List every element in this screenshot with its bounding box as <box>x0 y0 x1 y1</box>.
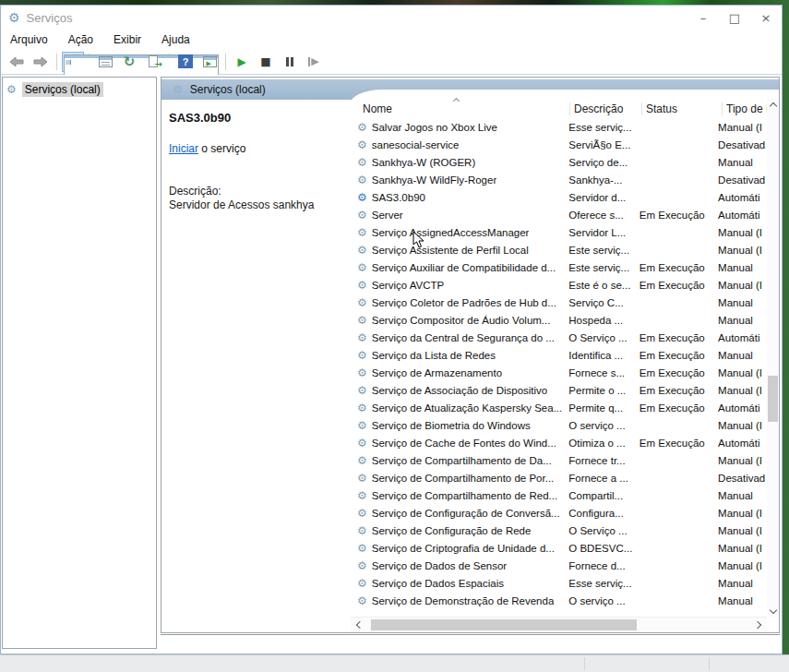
table-row[interactable]: ⚙ServerOferece s...Em ExecuçãoAutomáti <box>351 206 767 223</box>
service-gear-icon: ⚙ <box>357 209 367 222</box>
service-gear-icon: ⚙ <box>357 191 367 204</box>
maximize-button[interactable]: □ <box>719 6 750 30</box>
table-row[interactable]: ⚙Serviço de Demonstração de RevendaO ser… <box>351 592 767 609</box>
table-row[interactable]: ⚙Sankhya-W (ROGER)Serviço de...Manual <box>351 153 767 171</box>
service-name-cell: ⚙Serviço de Compartilhamento de Da... <box>351 454 565 467</box>
service-description: Oferece s... <box>565 210 635 221</box>
table-row[interactable]: ⚙Serviço Coletor de Padrões de Hub d...S… <box>351 294 767 311</box>
table-row[interactable]: ⚙Serviço da Lista de RedesIdentifica ...… <box>351 346 767 364</box>
forward-button[interactable] <box>30 52 52 72</box>
table-row[interactable]: ⚙SAS3.0b90Servidor d...Automáti <box>351 188 767 206</box>
table-row[interactable]: ⚙Serviço de Biometria do WindowsO serviç… <box>351 416 767 434</box>
service-name: Serviço de Criptografia de Unidade d... <box>372 543 555 554</box>
service-gear-icon: ⚙ <box>357 402 367 414</box>
menu-ajuda[interactable]: Ajuda <box>161 33 190 46</box>
table-row[interactable]: ⚙Serviço de Dados EspaciaisEsse serviç..… <box>351 574 767 592</box>
table-row[interactable]: ⚙Serviço de Dados de SensorFornece d...M… <box>351 557 767 574</box>
service-name-cell: ⚙Serviço da Lista de Redes <box>351 349 565 362</box>
service-gear-icon: ⚙ <box>357 261 367 274</box>
service-description: Fornece tr... <box>565 455 635 466</box>
scroll-left-button[interactable] <box>353 618 367 632</box>
back-button[interactable] <box>6 52 28 72</box>
taskbar[interactable] <box>0 654 789 672</box>
service-startup-type: Manual <box>714 578 767 589</box>
scroll-up-button[interactable] <box>767 99 779 113</box>
list-header: Nome Descrição Status Tipo de Inicializa… <box>351 90 779 118</box>
extended-view-button[interactable] <box>198 52 221 72</box>
minimize-button[interactable]: – <box>687 6 719 30</box>
menu-exibir[interactable]: Exibir <box>114 33 141 46</box>
horizontal-scrollbar[interactable] <box>351 617 767 632</box>
title-bar[interactable]: ⚙ Serviços – □ × <box>1 6 782 30</box>
column-header-descricao[interactable]: Descrição <box>569 102 641 115</box>
service-description: ServiÃ§o E... <box>565 139 635 150</box>
service-gear-icon: ⚙ <box>357 542 367 555</box>
service-name: Sankhya-W WildFly-Roger <box>372 174 496 186</box>
sidebar-item-servicos-local[interactable]: ⚙ Serviços (local) <box>5 81 154 98</box>
refresh-icon: ↻ <box>124 54 136 70</box>
vertical-scrollbar-thumb[interactable] <box>768 376 778 422</box>
service-startup-type: Manual (I <box>714 543 767 554</box>
table-row[interactable]: ⚙Serviço Auxiliar de Compatibilidade d..… <box>351 258 767 276</box>
help-icon: ? <box>178 54 193 68</box>
service-name-cell: ⚙Serviço de Biometria do Windows <box>351 419 565 432</box>
start-service-link[interactable]: Iniciar <box>169 142 198 155</box>
table-row[interactable]: ⚙sanesocial-serviceServiÃ§o E...Desativa… <box>351 136 767 153</box>
horizontal-scrollbar-thumb[interactable] <box>371 619 637 630</box>
service-startup-type: Manual (I <box>714 455 767 466</box>
service-startup-type: Manual <box>714 350 767 361</box>
stop-service-button[interactable]: ■ <box>255 52 277 72</box>
service-status: Em Execução <box>636 332 714 343</box>
column-header-nome[interactable]: Nome <box>351 102 569 115</box>
taskbar-separator <box>709 657 710 670</box>
properties-button[interactable] <box>94 52 116 72</box>
table-row[interactable]: ⚙Serviço Compositor de Áudio Volum...Hos… <box>351 311 767 329</box>
service-startup-type: Manual <box>714 262 767 273</box>
scroll-right-button[interactable] <box>750 618 765 632</box>
service-gear-icon: ⚙ <box>357 331 367 344</box>
menu-arquivo[interactable]: Arquivo <box>10 33 48 46</box>
table-row[interactable]: ⚙Serviço de Compartilhamento de Red...Co… <box>351 486 767 504</box>
service-gear-icon: ⚙ <box>357 121 367 134</box>
stop-icon: ■ <box>260 55 270 68</box>
table-row[interactable]: ⚙Serviço de Compartilhamento de Da...For… <box>351 451 767 469</box>
service-name-cell: ⚙Serviço de Configuração de Conversã... <box>351 507 565 520</box>
table-row[interactable]: ⚙Serviço de Associação de DispositivoPer… <box>351 381 767 399</box>
extended-info-panel: SAS3.0b90 Iniciar o serviço Descrição: S… <box>161 111 351 212</box>
service-name: Serviço Compositor de Áudio Volum... <box>372 315 551 326</box>
service-gear-icon: ⚙ <box>357 384 367 397</box>
table-row[interactable]: ⚙Serviço de Atualização Kaspersky Sea...… <box>351 399 767 416</box>
show-console-tree-button[interactable] <box>62 52 84 72</box>
service-name: SAS3.0b90 <box>372 192 425 203</box>
table-row[interactable]: ⚙Serviço de Configuração de RedeO Serviç… <box>351 522 767 539</box>
scroll-down-button[interactable] <box>767 603 779 617</box>
table-row[interactable]: ⚙Serviço de Cache de Fontes do Wind...Ot… <box>351 434 767 451</box>
vertical-scrollbar[interactable] <box>767 99 779 617</box>
desktop: { "window": { "title": "Serviços", "mini… <box>0 0 789 672</box>
column-header-status[interactable]: Status <box>641 102 722 115</box>
service-startup-type: Automáti <box>714 210 767 221</box>
refresh-button[interactable]: ↻ <box>118 52 140 72</box>
service-name: Serviço de Armazenamento <box>372 367 502 378</box>
table-row[interactable]: ⚙Serviço de Configuração de Conversã...C… <box>351 504 767 522</box>
service-description: Servidor L... <box>565 227 635 238</box>
table-row[interactable]: ⚙Salvar Jogos no Xbox LiveEsse serviç...… <box>351 118 767 136</box>
pause-service-button[interactable] <box>279 52 301 72</box>
help-button[interactable]: ? <box>174 52 197 72</box>
restart-service-button[interactable]: ▶ <box>303 52 325 72</box>
close-button[interactable]: × <box>750 6 782 30</box>
table-row[interactable]: ⚙Serviço de ArmazenamentoFornece s...Em … <box>351 364 767 381</box>
service-startup-type: Automáti <box>714 438 767 449</box>
service-startup-type: Manual (I <box>714 385 767 396</box>
table-row[interactable]: ⚙Serviço de Compartilhamento de Por...Fo… <box>351 469 767 486</box>
menu-acao[interactable]: Ação <box>68 33 93 46</box>
export-list-button[interactable]: → <box>142 52 164 72</box>
service-gear-icon: ⚙ <box>357 419 367 432</box>
table-row[interactable]: ⚙Serviço AVCTPEste é o se...Em ExecuçãoM… <box>351 276 767 294</box>
restart-icon: ▶ <box>308 55 318 67</box>
table-row[interactable]: ⚙Serviço de Criptografia de Unidade d...… <box>351 539 767 557</box>
table-row[interactable]: ⚙Serviço da Central de Segurança do ...O… <box>351 329 767 346</box>
start-service-button[interactable]: ▶ <box>231 52 253 72</box>
table-row[interactable]: ⚙Sankhya-W WildFly-RogerSankhya-...Desat… <box>351 171 767 188</box>
toolbar-separator <box>56 54 57 70</box>
